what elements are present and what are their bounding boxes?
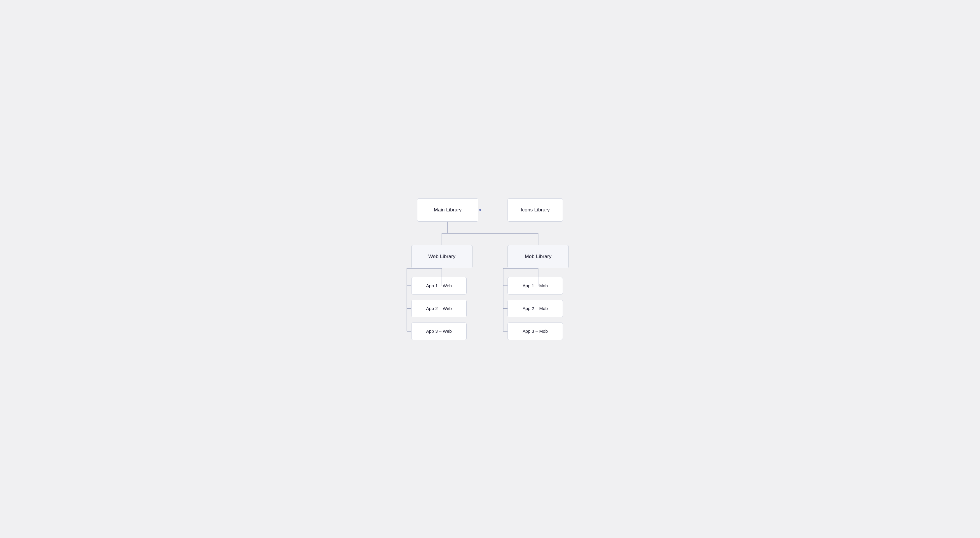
main-library-label: Main Library [434, 207, 462, 213]
app1-mob-label: App 1 – Mob [523, 283, 548, 288]
app1-web-label: App 1 – Web [426, 283, 452, 288]
app2-web-node[interactable]: App 2 – Web [411, 300, 467, 317]
icons-library-label: Icons Library [520, 207, 550, 213]
app1-web-node[interactable]: App 1 – Web [411, 277, 467, 294]
app3-mob-node[interactable]: App 3 – Mob [508, 323, 563, 340]
web-library-label: Web Library [428, 254, 455, 259]
top-row: Main Library Icons Library [371, 198, 609, 221]
app1-mob-node[interactable]: App 1 – Mob [508, 277, 563, 294]
mob-library-node[interactable]: Mob Library [508, 245, 569, 268]
web-library-node[interactable]: Web Library [411, 245, 473, 268]
children-row: App 1 – Web App 2 – Web App 3 – Web App … [371, 277, 609, 340]
mid-row: Web Library Mob Library [371, 245, 609, 268]
app2-web-label: App 2 – Web [426, 306, 452, 311]
app2-mob-node[interactable]: App 2 – Mob [508, 300, 563, 317]
icons-library-node[interactable]: Icons Library [508, 198, 563, 221]
main-library-node[interactable]: Main Library [417, 198, 478, 221]
app2-mob-label: App 2 – Mob [523, 306, 548, 311]
app3-mob-label: App 3 – Mob [523, 329, 548, 334]
mob-children: App 1 – Mob App 2 – Mob App 3 – Mob [508, 277, 569, 340]
diagram-container: Main Library Icons Library Web Library M… [359, 181, 621, 358]
web-children: App 1 – Web App 2 – Web App 3 – Web [411, 277, 473, 340]
mob-library-label: Mob Library [525, 254, 552, 259]
app3-web-label: App 3 – Web [426, 329, 452, 334]
app3-web-node[interactable]: App 3 – Web [411, 323, 467, 340]
